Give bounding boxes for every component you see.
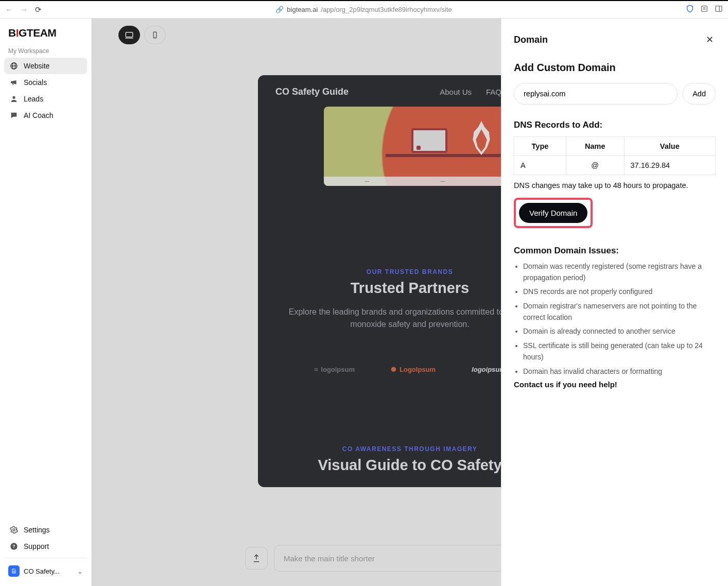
partner-logo: ≈ logoipsum [314,366,355,373]
chat-icon [9,111,19,119]
svg-text:?: ? [12,544,15,549]
dns-col-type: Type [514,137,566,156]
add-domain-heading: Add Custom Domain [514,62,716,74]
forward-icon: → [20,5,28,14]
domain-panel: Domain ✕ Add Custom Domain Add DNS Recor… [501,19,728,586]
dns-heading: DNS Records to Add: [514,120,716,130]
verify-domain-button[interactable]: Verify Domain [519,203,587,223]
dns-table: Type Name Value A @ 37.16.29.84 [514,136,716,175]
workspace-label: My Workspace [4,46,87,58]
verify-highlight: Verify Domain [514,198,593,228]
partner-logo: ✺ LogoIpsum [391,366,436,373]
link-icon: 🔗 [275,6,284,13]
issue-item: DNS records are not properly configured [523,286,716,298]
project-badge-icon [8,565,20,577]
chevron-down-icon: ⌄ [77,567,83,575]
add-domain-button[interactable]: Add [683,83,716,105]
issue-item: Domain was recently registered (some reg… [523,261,716,283]
reload-icon[interactable]: ⟳ [35,5,42,14]
gear-icon [9,526,19,534]
sidebar-item-label: Leads [24,95,43,103]
preview-site-title: CO Safety Guide [275,87,349,97]
project-name: CO Safety... [24,567,73,575]
sidebar-item-support[interactable]: ? Support [4,538,87,555]
issues-list: Domain was recently registered (some reg… [514,261,716,377]
address-bar[interactable]: 🔗 bigteam.ai/app/org_2p9lzqmut3utkfe89ir… [48,6,680,13]
preview-nav-link: About Us [440,88,472,96]
contact-note: Contact us if you need help! [514,380,716,389]
back-icon[interactable]: ← [5,5,13,14]
sidebar-item-settings[interactable]: Settings [4,522,87,538]
url-path: /app/org_2p9lzqmut3utkfe89irhocyhmxv/sit… [321,6,452,13]
globe-icon [9,62,19,70]
svg-rect-3 [716,6,722,12]
sidebar-item-website[interactable]: Website [4,58,87,74]
issue-item: Domain has invalid characters or formatt… [523,366,716,377]
browser-chrome: ← → ⟳ 🔗 bigteam.ai/app/org_2p9lzqmut3utk… [0,0,728,19]
dns-col-name: Name [566,137,624,156]
upload-button[interactable] [245,547,268,570]
svg-point-9 [13,529,15,531]
sidebar-item-label: Website [24,62,49,70]
dns-col-value: Value [624,137,715,156]
propagation-note: DNS changes may take up to 48 hours to p… [514,181,716,189]
sidebar: BIGTEAM My Workspace Website Socials Lea… [0,19,92,586]
sidebar-item-ai-coach[interactable]: AI Coach [4,107,87,124]
panel-title: Domain [514,35,548,45]
domain-input[interactable] [514,83,678,105]
person-icon [9,95,19,103]
url-host: bigteam.ai [287,6,318,13]
sidebar-item-socials[interactable]: Socials [4,74,87,91]
device-desktop-button[interactable] [118,26,140,44]
svg-rect-12 [126,32,133,37]
sidebar-item-label: AI Coach [24,111,54,119]
dns-cell-name: @ [566,156,624,175]
help-icon: ? [9,542,19,550]
device-mobile-button[interactable] [144,26,166,44]
dns-row: A @ 37.16.29.84 [514,156,716,175]
close-icon[interactable]: ✕ [704,32,716,47]
sidebar-item-leads[interactable]: Leads [4,91,87,107]
shield-icon[interactable] [686,5,694,14]
issue-item: Domain registrar's nameservers are not p… [523,301,716,323]
sidebar-item-label: Settings [24,526,50,534]
panel-icon[interactable] [715,5,723,14]
issue-item: Domain is already connected to another s… [523,326,716,337]
issue-item: SSL certificate is still being generated… [523,340,716,363]
reader-icon[interactable] [700,5,708,14]
dns-cell-type: A [514,156,566,175]
svg-point-8 [12,96,15,99]
sidebar-item-label: Support [24,542,49,550]
issues-heading: Common Domain Issues: [514,246,716,256]
project-switcher[interactable]: CO Safety... ⌄ [4,561,87,581]
dns-cell-value: 37.16.29.84 [624,156,715,175]
partner-logo: logoipsum [472,366,506,373]
megaphone-icon [9,78,19,87]
sidebar-item-label: Socials [24,78,47,87]
brand-logo: BIGTEAM [4,24,87,46]
